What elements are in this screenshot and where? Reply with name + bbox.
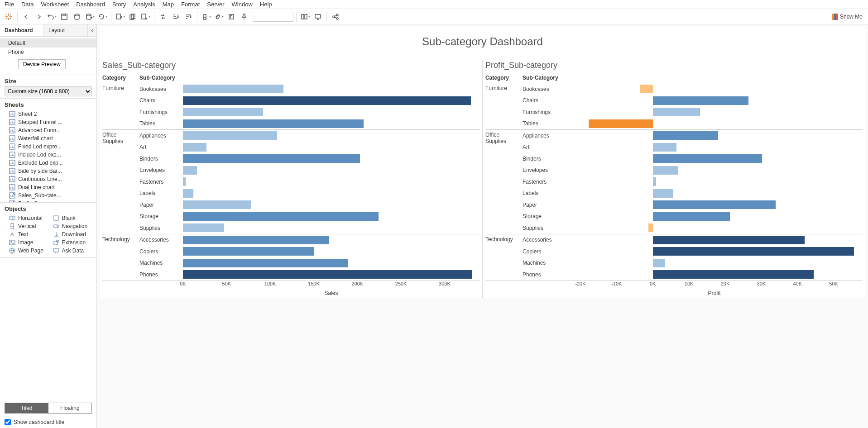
chart-row[interactable]: Chairs	[139, 95, 480, 107]
chart-row[interactable]: Furnishings	[139, 106, 480, 118]
chart-row[interactable]: Machines	[139, 257, 480, 269]
chart-row[interactable]: Tables	[139, 118, 480, 130]
object-image[interactable]: Image	[5, 238, 48, 247]
chart-row[interactable]: Machines	[523, 257, 863, 269]
chart-row[interactable]: Storage	[523, 211, 863, 223]
device-default[interactable]: Default	[0, 38, 96, 48]
chart-row[interactable]: Labels	[523, 188, 863, 200]
chart-row[interactable]: Binders	[523, 153, 863, 165]
chart-row[interactable]: Envelopes	[139, 165, 480, 176]
menu-map[interactable]: Map	[163, 1, 174, 8]
menu-worksheet[interactable]: Worksheet	[41, 1, 69, 8]
chart-row[interactable]: Phones	[139, 269, 480, 281]
revert-icon[interactable]	[46, 11, 58, 23]
sort-asc-icon[interactable]	[170, 11, 182, 23]
object-ask-data[interactable]: Ask Data	[48, 247, 92, 255]
tab-dashboard[interactable]: Dashboard	[0, 24, 43, 36]
chart-row[interactable]: Appliances	[523, 130, 863, 142]
tab-layout[interactable]: Layout	[43, 24, 87, 36]
chart-row[interactable]: Bookcases	[523, 83, 863, 95]
object-extension[interactable]: Extension	[48, 238, 92, 247]
chart-row[interactable]: Appliances	[139, 130, 480, 142]
sheet-item[interactable]: Advanced Funn...	[5, 126, 92, 134]
duplicate-icon[interactable]	[127, 11, 139, 23]
pause-icon[interactable]	[84, 11, 96, 23]
menu-story[interactable]: Story	[112, 1, 126, 8]
chart-row[interactable]: Supplies	[523, 222, 863, 234]
sheet-item[interactable]: Continuous Line...	[5, 175, 92, 183]
sheet-item[interactable]: Sales_Sub-cate...	[5, 191, 92, 200]
floating-button[interactable]: Floating	[48, 403, 92, 413]
device-phone[interactable]: Phone	[0, 48, 96, 57]
label-icon[interactable]	[225, 11, 237, 23]
chart-row[interactable]: Copiers	[139, 246, 480, 257]
menu-data[interactable]: Data	[21, 1, 34, 8]
sheet-item[interactable]: Stepped Funnel ...	[5, 118, 92, 126]
clear-icon[interactable]	[139, 11, 151, 23]
object-horizontal[interactable]: Horizontal	[5, 214, 48, 222]
object-navigation[interactable]: Navigation	[48, 222, 92, 230]
sheet-item[interactable]: Sheet 2	[5, 110, 92, 118]
object-vertical[interactable]: Vertical	[5, 222, 48, 230]
chart-row[interactable]: Copiers	[523, 246, 863, 257]
new-datasource-icon[interactable]	[71, 11, 83, 23]
sheet-item[interactable]: Profit_Sub-cate...	[5, 200, 92, 203]
chart-row[interactable]: Phones	[523, 269, 863, 281]
device-preview-button[interactable]: Device Preview	[18, 59, 66, 69]
menu-dashboard[interactable]: Dashboard	[76, 1, 105, 8]
chart-row[interactable]: Fasteners	[139, 176, 480, 188]
search-input[interactable]	[253, 12, 293, 22]
refresh-icon[interactable]	[96, 11, 108, 23]
fit-icon[interactable]	[299, 11, 311, 23]
chart-row[interactable]: Storage	[139, 211, 480, 223]
menu-format[interactable]: Format	[181, 1, 200, 8]
present-icon[interactable]	[312, 11, 324, 23]
chart-row[interactable]: Art	[139, 142, 480, 153]
sort-desc-icon[interactable]	[182, 11, 194, 23]
sheet-item[interactable]: Exclude Lod exp...	[5, 159, 92, 167]
chart-row[interactable]: Envelopes	[523, 165, 863, 176]
tiled-button[interactable]: Tiled	[5, 403, 48, 413]
sheet-item[interactable]: Dual Line chart	[5, 183, 92, 191]
show-title-input[interactable]	[5, 419, 11, 425]
chart-row[interactable]: Supplies	[139, 222, 480, 234]
chart-row[interactable]: Art	[523, 142, 863, 153]
chart-row[interactable]: Paper	[523, 199, 863, 211]
highlight-icon[interactable]	[200, 11, 212, 23]
chart-row[interactable]: Paper	[139, 199, 480, 211]
undo-icon[interactable]	[20, 11, 32, 23]
redo-icon[interactable]	[33, 11, 45, 23]
sheet-item[interactable]: Include Lod exp...	[5, 151, 92, 159]
sheet-item[interactable]: Waterfall chart	[5, 134, 92, 143]
menu-file[interactable]: File	[5, 1, 14, 8]
chart-row[interactable]: Tables	[523, 118, 863, 130]
menu-help[interactable]: Help	[260, 1, 272, 8]
object-blank[interactable]: Blank	[48, 214, 92, 222]
chart-row[interactable]: Accessories	[139, 234, 480, 246]
show-title-checkbox[interactable]: Show dashboard title	[0, 416, 96, 428]
object-text[interactable]: Text	[5, 230, 48, 238]
chart-row[interactable]: Chairs	[523, 95, 863, 107]
menu-window[interactable]: Window	[232, 1, 253, 8]
save-icon[interactable]	[58, 11, 70, 23]
chart-row[interactable]: Accessories	[523, 234, 863, 246]
chart-row[interactable]: Binders	[139, 153, 480, 165]
sheet-item[interactable]: Fixed Lod expre...	[5, 143, 92, 151]
chart-row[interactable]: Labels	[139, 188, 480, 200]
size-select[interactable]: Custom size (1600 x 800)	[5, 86, 92, 96]
attach-icon[interactable]	[213, 11, 225, 23]
collapse-sidebar-icon[interactable]: ‹	[87, 24, 96, 36]
chart-row[interactable]: Furnishings	[523, 106, 863, 118]
share-icon[interactable]	[330, 11, 341, 23]
menu-server[interactable]: Server	[207, 1, 224, 8]
show-me-button[interactable]: Show Me	[829, 13, 865, 21]
pin-icon[interactable]	[238, 11, 250, 23]
object-download[interactable]: Download	[48, 230, 92, 238]
sheet-item[interactable]: Side by side Bar...	[5, 167, 92, 175]
swap-icon[interactable]	[157, 11, 169, 23]
object-web-page[interactable]: Web Page	[5, 247, 48, 255]
new-sheet-icon[interactable]	[114, 11, 126, 23]
menu-analysis[interactable]: Analysis	[133, 1, 155, 8]
logo-icon[interactable]	[3, 11, 14, 23]
chart-row[interactable]: Bookcases	[139, 83, 480, 95]
